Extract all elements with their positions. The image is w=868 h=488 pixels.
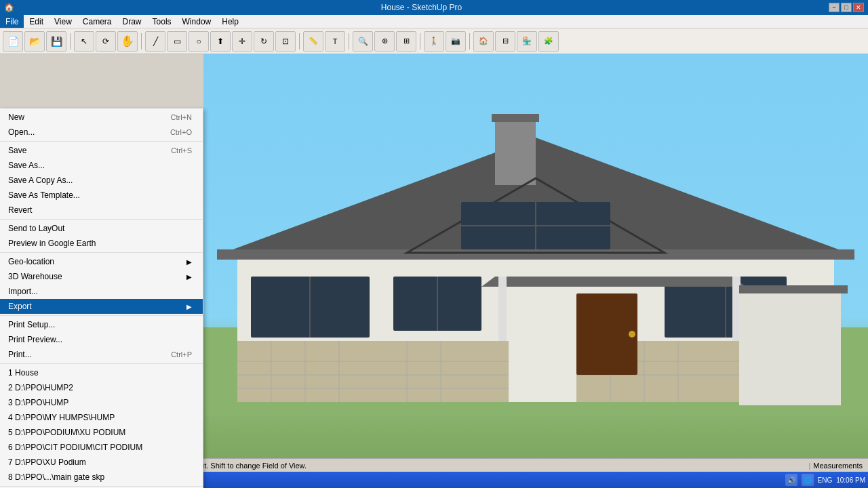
menu-item-import[interactable]: Import...	[0, 284, 203, 299]
toolbar-sep-5	[420, 33, 420, 49]
menu-item-geo-location[interactable]: Geo-location ▶	[0, 254, 203, 269]
toolbar-new[interactable]: 📄	[3, 31, 23, 52]
menu-item-save-as-template[interactable]: Save As Template...	[0, 188, 203, 203]
toolbar: 📄 📂 💾 ↖ ⟳ ✋ ╱ ▭ ○ ⬆ ✛ ↻ ⊡ 📏 T 🔍 ⊕ ⊞ 🚶 📷 …	[0, 28, 868, 54]
taskbar-time: 10:06 PM	[836, 476, 865, 484]
menu-item-recent-3[interactable]: 3 D:\PPO\HUMP	[0, 395, 203, 410]
close-button[interactable]: ✕	[853, 3, 864, 12]
svg-rect-44	[739, 285, 848, 293]
toolbar-position-cam[interactable]: 📷	[446, 31, 466, 52]
menu-item-open[interactable]: Open... Ctrl+O	[0, 125, 203, 140]
toolbar-save[interactable]: 💾	[46, 31, 66, 52]
toolbar-sep-2	[141, 33, 142, 49]
menu-tools[interactable]: Tools	[147, 15, 177, 28]
menu-item-3d-warehouse[interactable]: 3D Warehouse ▶	[0, 269, 203, 284]
menu-help[interactable]: Help	[216, 15, 244, 28]
toolbar-sep-6	[469, 33, 470, 49]
taskbar-language: ENG	[818, 476, 833, 484]
toolbar-pan[interactable]: ✋	[117, 31, 138, 52]
menu-item-recent-7[interactable]: 7 D:\PPO\XU Podium	[0, 455, 203, 470]
toolbar-sep-4	[349, 33, 349, 49]
restore-button[interactable]: □	[841, 3, 852, 12]
menu-item-recent-1[interactable]: 1 House	[0, 365, 203, 380]
menu-item-recent-8[interactable]: 8 D:\PPO\...\main gate skp	[0, 470, 203, 485]
measurements-panel: | Measurements	[808, 462, 863, 470]
menu-item-print[interactable]: Print... Ctrl+P	[0, 347, 203, 362]
menu-window[interactable]: Window	[177, 15, 217, 28]
svg-rect-41	[498, 277, 507, 341]
minimize-button[interactable]: −	[829, 3, 840, 12]
menu-item-recent-6[interactable]: 6 D:\PPO\CIT PODIUM\CIT PODIUM	[0, 440, 203, 455]
svg-point-40	[629, 331, 635, 338]
svg-rect-39	[576, 293, 637, 375]
taskbar-icon-2[interactable]: 🌐	[802, 474, 814, 486]
toolbar-move[interactable]: ✛	[232, 31, 252, 52]
menu-item-print-setup[interactable]: Print Setup...	[0, 317, 203, 332]
menu-item-print-preview[interactable]: Print Preview...	[0, 332, 203, 347]
svg-rect-29	[217, 249, 854, 260]
menu-section-new-open: New Ctrl+N Open... Ctrl+O	[0, 108, 203, 142]
toolbar-select[interactable]: ↖	[74, 31, 94, 52]
toolbar-sep-3	[299, 33, 300, 49]
taskbar-system-tray: 🔊 🌐 ENG 10:06 PM	[785, 474, 865, 486]
title-bar: 🏠 House - SketchUp Pro − □ ✕	[0, 0, 868, 15]
menu-item-save-copy-as[interactable]: Save A Copy As...	[0, 173, 203, 188]
toolbar-circle[interactable]: ○	[189, 31, 209, 52]
toolbar-tape[interactable]: 📏	[303, 31, 323, 52]
menu-section-save: Save Ctrl+S Save As... Save A Copy As...…	[0, 142, 203, 220]
menu-file[interactable]: File	[0, 15, 24, 28]
toolbar-add-scene[interactable]: 🏠	[473, 31, 494, 52]
svg-rect-27	[495, 117, 536, 185]
menu-section-layout: Send to LayOut Preview in Google Earth	[0, 220, 203, 253]
menu-item-preview-google-earth[interactable]: Preview in Google Earth	[0, 236, 203, 251]
menu-section-print: Print Setup... Print Preview... Print...…	[0, 316, 203, 364]
taskbar-icon-1[interactable]: 🔊	[785, 474, 797, 486]
toolbar-text[interactable]: T	[325, 31, 345, 52]
toolbar-zoom-fit[interactable]: ⊞	[396, 31, 416, 52]
file-dropdown-menu: New Ctrl+N Open... Ctrl+O Save Ctrl+S Sa…	[0, 108, 203, 488]
menu-section-geo: Geo-location ▶ 3D Warehouse ▶ Import... …	[0, 253, 203, 316]
menu-edit[interactable]: Edit	[24, 15, 49, 28]
house-svg	[203, 54, 868, 458]
window-title: House - SketchUp Pro	[14, 3, 829, 12]
toolbar-rotate[interactable]: ↻	[254, 31, 274, 52]
svg-rect-28	[492, 114, 539, 122]
menu-item-save[interactable]: Save Ctrl+S	[0, 143, 203, 158]
menu-item-new[interactable]: New Ctrl+N	[0, 110, 203, 125]
menu-item-recent-4[interactable]: 4 D:\PPO\MY HUMPS\HUMP	[0, 410, 203, 425]
toolbar-scale[interactable]: ⊡	[275, 31, 296, 52]
menu-item-recent-2[interactable]: 2 D:\PPO\HUMP2	[0, 380, 203, 395]
viewport[interactable]	[203, 54, 868, 458]
toolbar-push-pull[interactable]: ⬆	[210, 31, 231, 52]
menu-section-recent: 1 House 2 D:\PPO\HUMP2 3 D:\PPO\HUMP 4 D…	[0, 364, 203, 487]
menu-item-save-as[interactable]: Save As...	[0, 158, 203, 173]
measurements-label: Measurements	[813, 462, 863, 470]
measurements-separator: |	[808, 462, 810, 470]
toolbar-components[interactable]: 🧩	[538, 31, 559, 52]
app-icon: 🏠	[4, 3, 14, 12]
svg-marker-38	[481, 277, 746, 287]
toolbar-rect[interactable]: ▭	[167, 31, 187, 52]
svg-rect-43	[739, 290, 841, 405]
toolbar-line[interactable]: ╱	[145, 31, 165, 52]
toolbar-walk[interactable]: 🚶	[424, 31, 444, 52]
window-controls: − □ ✕	[829, 3, 864, 12]
menu-item-send-to-layout[interactable]: Send to LayOut	[0, 221, 203, 236]
toolbar-open[interactable]: 📂	[24, 31, 45, 52]
menu-draw[interactable]: Draw	[117, 15, 147, 28]
toolbar-section[interactable]: ⊟	[495, 31, 515, 52]
menu-item-revert[interactable]: Revert	[0, 203, 203, 218]
menu-item-recent-5[interactable]: 5 D:\PPO\PODIUM\XU PODIUM	[0, 425, 203, 440]
toolbar-zoom-window[interactable]: ⊕	[374, 31, 395, 52]
menu-item-export[interactable]: Export ▶	[0, 299, 203, 314]
menu-camera[interactable]: Camera	[77, 15, 117, 28]
toolbar-zoom[interactable]: 🔍	[353, 31, 373, 52]
main-content: New Ctrl+N Open... Ctrl+O Save Ctrl+S Sa…	[0, 54, 868, 458]
toolbar-sep-1	[70, 33, 71, 49]
toolbar-orbit[interactable]: ⟳	[96, 31, 116, 52]
menu-view[interactable]: View	[49, 15, 77, 28]
toolbar-3dwarehouse[interactable]: 🏪	[517, 31, 537, 52]
menu-bar: File Edit View Camera Draw Tools Window …	[0, 15, 868, 28]
